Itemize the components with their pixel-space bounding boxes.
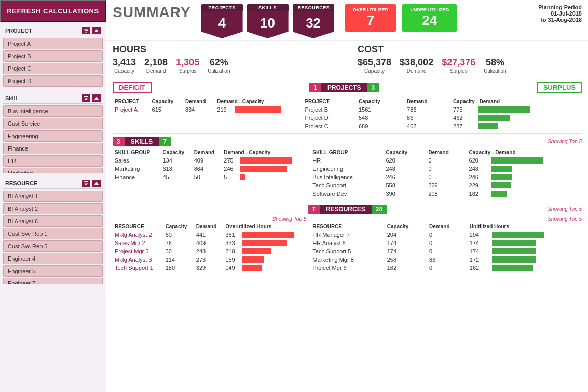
col-resource: RESOURCE <box>113 223 163 231</box>
sidebar-item-project-a[interactable]: Project A <box>3 38 103 49</box>
sidebar-item-engineer-7[interactable]: Engineer 7 <box>3 278 103 284</box>
project-b-dem: 786 <box>405 105 451 114</box>
res-techsupp5-bar <box>490 247 582 255</box>
sidebar-item-engineer-4[interactable]: Engineer 4 <box>3 253 103 264</box>
sidebar-item-bi-analyst-1[interactable]: BI Analyst 1 <box>3 191 103 202</box>
res-hranalyst5-cap: 174 <box>385 239 427 247</box>
resources-banner-wrap: 7 RESOURCES 24 <box>308 205 387 214</box>
resources-panel: Showing Top 5 7 RESOURCES 24 Showing Top… <box>113 205 582 272</box>
resources-row: Showing Top 5 7 RESOURCES 24 Showing Top… <box>113 205 582 272</box>
cost-capacity-lbl: Capacity <box>358 68 391 74</box>
sidebar: REFRESH CALCULATIONS PROJECT Project A P… <box>0 0 106 392</box>
skills-pentagon: SKILLS 10 <box>247 4 289 38</box>
divider-1 <box>113 78 582 78</box>
project-sort-icon[interactable] <box>92 27 101 34</box>
resources-deficit-table: Showing Top 5 RESOURCE Capacity Demand O… <box>113 216 306 272</box>
res-techsupp1[interactable]: Tech Support 1 <box>113 264 163 272</box>
skill-bi-dem: 0 <box>426 173 467 181</box>
table-row: Sales 134 409 275 <box>113 156 306 165</box>
planning-to-date: 31-Aug-2018 <box>548 17 582 23</box>
col-demand: Demand <box>183 98 215 105</box>
sidebar-item-engineer-5[interactable]: Engineer 5 <box>3 265 103 277</box>
resources-shape: 32 <box>293 11 334 38</box>
project-a-capacity: 615 <box>150 105 183 114</box>
skill-marketing-bar <box>238 165 306 173</box>
svg-marker-11 <box>94 182 99 185</box>
svg-rect-8 <box>84 181 88 182</box>
cost-surplus-lbl: Surplus <box>442 68 475 74</box>
col-project-s: PROJECT <box>303 98 357 105</box>
col-capacity-sks: Capacity <box>384 148 427 156</box>
col-resource-s: RESOURCE <box>310 223 385 231</box>
project-filter-icon[interactable] <box>82 27 90 34</box>
skill-sales: Sales <box>113 156 160 165</box>
table-row: Project Mgr 5 30 248 218 <box>113 247 306 255</box>
res-projmgr5-cap: 30 <box>163 247 194 255</box>
deficit-projects-table: PROJECT Capacity Demand Demand - Capacit… <box>113 98 298 130</box>
skill-eng-dem: 0 <box>426 165 467 173</box>
sidebar-item-project-d[interactable]: Project D <box>3 75 103 87</box>
svg-rect-0 <box>84 29 88 30</box>
sidebar-item-marketing[interactable]: Marketing <box>3 168 103 173</box>
col-diff: Demand - Capacity <box>215 98 298 105</box>
cost-capacity: $65,378 Capacity <box>358 57 391 74</box>
res-salesmgr2[interactable]: Sales Mgr 2 <box>113 239 163 247</box>
resource-filter-icon[interactable] <box>82 180 90 187</box>
skill-engineering: Engineering <box>310 165 384 173</box>
table-row: Project Mgr 6 162 0 162 <box>310 264 582 272</box>
res-hrmanager7-cap: 204 <box>385 231 427 239</box>
res-salesmgr2-cap: 76 <box>163 239 194 247</box>
deficit-label: DEFICIT <box>113 82 152 93</box>
skill-finance-diff: 5 <box>222 173 238 181</box>
projects-surplus-num: 3 <box>367 83 379 92</box>
res-salesmgr2-bar <box>240 239 307 247</box>
sidebar-item-finance[interactable]: Finance <box>3 143 103 154</box>
res-mktg2[interactable]: Mktg Analyst 2 <box>113 231 163 239</box>
skill-eng-bar <box>489 165 582 173</box>
res-mktgmgr8-cap: 258 <box>385 255 427 264</box>
resource-sort-icon[interactable] <box>92 180 101 187</box>
project-a-link[interactable]: Project A <box>113 105 150 114</box>
surplus-label: SURPLUS <box>537 82 582 93</box>
divider-2 <box>113 133 582 134</box>
skill-sales-bar <box>238 156 306 165</box>
sidebar-item-bi-analyst-6[interactable]: BI Analyst 6 <box>3 215 103 227</box>
cost-title: COST <box>358 44 582 55</box>
sidebar-item-cust-svc-rep-5[interactable]: Cust Svc Rep 5 <box>3 240 103 252</box>
hours-surplus-val: 1,305 <box>176 57 199 68</box>
skill-sort-icon[interactable] <box>92 94 101 102</box>
sidebar-item-project-c[interactable]: Project C <box>3 63 103 74</box>
sidebar-item-engineering[interactable]: Engineering <box>3 130 103 142</box>
col-skillgroup: SKILL GROUP <box>113 148 160 156</box>
skills-surplus-num: 7 <box>159 137 171 146</box>
projects-tables: PROJECT Capacity Demand Demand - Capacit… <box>113 98 582 130</box>
sidebar-item-cust-svc-rep-1[interactable]: Cust Svc Rep 1 <box>3 228 103 239</box>
res-mktg2-bar <box>240 231 307 239</box>
table-row: Project B 1561 786 775 <box>303 105 582 114</box>
table-row: Mktg Analyst 3 114 273 159 <box>113 255 306 264</box>
project-d: Project D <box>303 114 357 122</box>
skills-label: SKILLS <box>247 4 289 11</box>
project-list: Project A Project B Project C Project D <box>3 38 103 88</box>
table-row: HR Manager 7 204 0 204 <box>310 231 582 239</box>
sidebar-item-bi-analyst-2[interactable]: BI Analyst 2 <box>3 203 103 214</box>
res-projmgr5[interactable]: Project Mgr 5 <box>113 247 163 255</box>
sidebar-item-cust-service[interactable]: Cust Service <box>3 118 103 129</box>
hours-title: HOURS <box>113 44 337 55</box>
sidebar-item-project-b[interactable]: Project B <box>3 50 103 62</box>
resources-surplus-table: Showing Top 5 RESOURCE Capacity Demand U… <box>310 216 582 272</box>
resources-surplus-num: 24 <box>372 205 387 214</box>
project-d-diff: 462 <box>451 114 476 122</box>
col-overutil: Overutilized Hours <box>223 223 306 231</box>
resource-list: BI Analyst 1 BI Analyst 2 BI Analyst 6 C… <box>3 191 103 284</box>
col-diff-sks: Capacity - Demand <box>467 148 582 156</box>
sidebar-item-bus-intel[interactable]: Bus Intelligence <box>3 105 103 117</box>
resources-num: 32 <box>306 15 321 35</box>
skill-section: Skill Bus Intelligence Cust Service Engi… <box>0 90 106 175</box>
skill-filter-icon[interactable] <box>82 94 90 102</box>
svg-rect-5 <box>85 98 88 99</box>
sidebar-item-hr[interactable]: HR <box>3 155 103 167</box>
res-mktg3[interactable]: Mktg Analyst 3 <box>113 255 163 264</box>
resources-label: RESOURCES <box>293 4 334 11</box>
refresh-button[interactable]: REFRESH CALCULATIONS <box>0 0 106 22</box>
